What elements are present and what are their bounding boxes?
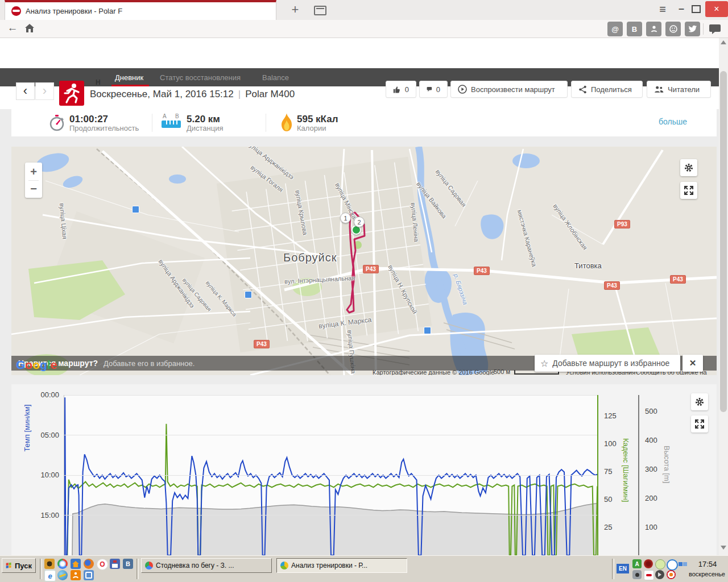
tab-list-icon[interactable]	[314, 6, 326, 15]
quicklaunch-firefox-icon[interactable]	[84, 559, 94, 569]
google-logo: G o o g l e	[16, 358, 57, 372]
cadence-tick: 50	[604, 495, 612, 504]
quicklaunch-icon-1[interactable]	[44, 559, 55, 569]
subnav-balance[interactable]: Balance	[262, 73, 289, 82]
like-button[interactable]: 0	[386, 81, 416, 98]
window-1-title: Стодневка по бегу - З. ...	[156, 562, 234, 569]
tray-icon-target[interactable]	[667, 570, 676, 579]
ruler-ticks	[164, 120, 179, 124]
zoom-in-button[interactable]: +	[30, 163, 37, 180]
chart-settings-button[interactable]	[691, 393, 708, 410]
transit-icon[interactable]	[132, 206, 139, 213]
tray-icon-webcam[interactable]	[632, 570, 642, 579]
home-icon	[25, 24, 34, 32]
tray-icon-speaker[interactable]	[655, 570, 664, 579]
zoom-out-button[interactable]: −	[30, 181, 37, 198]
windows-flag-icon	[6, 561, 12, 570]
add-route-favorite-button[interactable]: ☆ Добавьте маршрут в избранное	[535, 355, 680, 372]
map-canvas	[11, 147, 717, 375]
next-training-button[interactable]: ›	[35, 82, 54, 100]
polar-header: P LAR . FLOW ЛЕНТА НОВОСТЕЙ МАРШРУТЫ ДНЕ…	[0, 38, 728, 68]
stats-bar: 01:00:27 Продолжительность A B 5.20 км Д…	[11, 109, 717, 136]
taskbar-window-1[interactable]: Стодневка по бегу - З. ...	[141, 558, 272, 573]
altitude-tick: 300	[645, 465, 657, 473]
like-count: 0	[405, 85, 409, 94]
quicklaunch-chrome-icon[interactable]	[57, 559, 68, 569]
quicklaunch-app-icon[interactable]	[84, 570, 94, 580]
feedback-chat-icon[interactable]	[709, 24, 721, 35]
duration-label: Продолжительность	[69, 124, 139, 132]
quicklaunch-home-icon[interactable]	[71, 559, 81, 569]
odnoklassniki-icon[interactable]	[646, 22, 661, 36]
page-scrollbar[interactable]	[719, 38, 728, 555]
menu-icon[interactable]: ≡	[654, 1, 671, 17]
overlay-close-button[interactable]: ✕	[682, 355, 703, 372]
play-icon	[458, 85, 467, 94]
quicklaunch-save-icon[interactable]	[110, 559, 120, 569]
browser-tab-active[interactable]: Анализ тренировки - Polar F	[5, 0, 276, 20]
clock-time[interactable]: 17:54	[689, 560, 726, 568]
route-marker-1[interactable]: 1	[340, 213, 351, 223]
quicklaunch-ok-icon[interactable]	[71, 570, 81, 580]
share-button[interactable]: Поделиться	[571, 81, 643, 98]
tray-icon-polar[interactable]	[644, 570, 654, 580]
comment-icon	[427, 85, 432, 93]
home-button[interactable]	[24, 23, 35, 34]
transit-icon[interactable]	[424, 327, 431, 334]
route-map[interactable]: вуліца Мінская вуліца Леніна вуліца Садо…	[11, 147, 717, 375]
twitter-icon[interactable]	[685, 22, 700, 36]
tray-icon-red[interactable]	[644, 559, 653, 568]
tray-icon-torrent[interactable]	[667, 559, 678, 571]
map-fullscreen-button[interactable]	[680, 182, 697, 199]
quicklaunch-vk-icon[interactable]: В	[123, 559, 133, 569]
readers-label: Читатели	[668, 85, 700, 94]
browser-toolbar: ← https ://flow.polar.com /training/anal…	[0, 20, 728, 38]
start-button[interactable]: Пуск	[2, 558, 36, 573]
readers-icon	[654, 85, 664, 93]
taskbar-window-2[interactable]: Анализ тренировки - Р...	[276, 558, 407, 573]
tray-icon-blob[interactable]	[655, 559, 665, 569]
start-label: Пуск	[15, 562, 32, 570]
training-chart: 00:00 05:00 10:00 15:00 Темп [мин/км] 12…	[11, 384, 717, 555]
altitude-tick: 400	[645, 436, 657, 444]
scroll-down-arrow[interactable]	[721, 546, 726, 550]
comment-button[interactable]: 0	[419, 81, 448, 98]
chart-plot-area[interactable]	[64, 395, 597, 555]
chart-fullscreen-button[interactable]	[691, 415, 708, 433]
subnav-recovery[interactable]: Статус восстановления	[160, 73, 241, 82]
route-marker-2[interactable]: 2	[354, 217, 365, 227]
new-tab-button[interactable]: +	[287, 2, 303, 17]
moymir-icon[interactable]	[665, 22, 681, 36]
prev-training-button[interactable]: ‹	[16, 82, 35, 100]
overlay-hint: Добавьте его в избранное.	[104, 359, 195, 368]
language-indicator[interactable]: EN	[617, 564, 629, 573]
subnav-diary[interactable]: Дневник	[115, 73, 143, 82]
city-label: Бобруйск	[283, 251, 337, 264]
gridline	[64, 435, 597, 435]
quicklaunch-ie-icon[interactable]: e	[44, 570, 56, 581]
readers-button[interactable]: Читатели	[647, 81, 711, 98]
close-button[interactable]: ×	[705, 1, 728, 17]
tray-icon-aimp[interactable]: A	[632, 559, 642, 568]
globe-swoosh	[59, 573, 66, 577]
favorite-star-icon: ☆	[540, 358, 548, 369]
share-nodes-icon	[578, 85, 587, 94]
quicklaunch-opera-icon[interactable]: O	[97, 559, 108, 570]
back-button[interactable]: ←	[6, 22, 19, 35]
mailru-icon[interactable]: @	[607, 22, 623, 36]
more-link[interactable]: больше	[659, 117, 687, 126]
replay-route-button[interactable]: Воспроизвести маршрут	[450, 81, 568, 98]
map-settings-button[interactable]	[680, 159, 697, 176]
restore-button[interactable]	[692, 5, 701, 13]
tray-icon-puzzle[interactable]	[678, 559, 687, 568]
quicklaunch-globe-icon[interactable]	[57, 570, 68, 580]
gridline	[64, 395, 597, 396]
taskbar-separator	[40, 559, 42, 579]
scrollbar-thumb[interactable]	[720, 71, 727, 412]
window-1-icon	[145, 562, 153, 569]
vk-icon[interactable]: В	[627, 22, 642, 36]
distance-b-label: B	[175, 113, 179, 119]
transit-icon[interactable]	[245, 291, 252, 298]
scroll-up-arrow[interactable]	[721, 40, 726, 44]
minimize-button[interactable]: –	[674, 1, 689, 17]
